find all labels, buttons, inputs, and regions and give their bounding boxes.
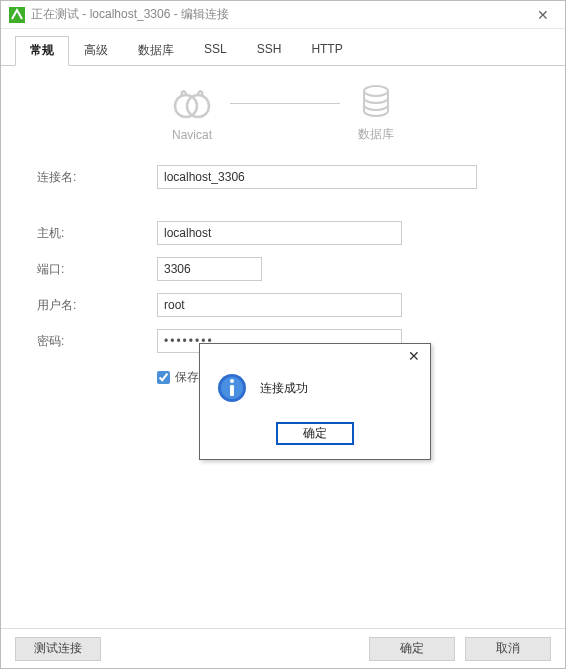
diagram-navicat-label: Navicat — [172, 128, 212, 142]
svg-rect-7 — [230, 385, 234, 396]
navicat-icon — [172, 86, 212, 122]
save-pwd-checkbox[interactable] — [157, 371, 170, 384]
titlebar: 正在测试 - localhost_3306 - 编辑连接 ✕ — [1, 1, 565, 29]
svg-point-3 — [364, 86, 388, 96]
svg-point-6 — [230, 379, 234, 383]
tab-bar: 常规 高级 数据库 SSL SSH HTTP — [1, 29, 565, 66]
tab-ssl[interactable]: SSL — [189, 36, 242, 66]
result-dialog: ✕ 连接成功 确定 — [199, 343, 431, 460]
user-input[interactable] — [157, 293, 402, 317]
app-icon — [9, 7, 25, 23]
window-title: 正在测试 - localhost_3306 - 编辑连接 — [31, 6, 529, 23]
info-icon — [216, 372, 248, 404]
diagram-navicat: Navicat — [172, 86, 212, 142]
conn-name-input[interactable] — [157, 165, 477, 189]
dialog-ok-button[interactable]: 确定 — [276, 422, 354, 445]
tab-general[interactable]: 常规 — [15, 36, 69, 66]
host-label: 主机: — [37, 225, 157, 242]
port-input[interactable] — [157, 257, 262, 281]
window-close-button[interactable]: ✕ — [529, 7, 557, 23]
connection-diagram: Navicat 数据库 — [1, 66, 565, 153]
ok-button[interactable]: 确定 — [369, 637, 455, 661]
dialog-close-button[interactable]: ✕ — [404, 348, 424, 364]
test-connection-button[interactable]: 测试连接 — [15, 637, 101, 661]
host-input[interactable] — [157, 221, 402, 245]
tab-http[interactable]: HTTP — [296, 36, 357, 66]
dialog-message: 连接成功 — [260, 380, 308, 397]
user-label: 用户名: — [37, 297, 157, 314]
tab-advanced[interactable]: 高级 — [69, 36, 123, 66]
tab-ssh[interactable]: SSH — [242, 36, 297, 66]
footer: 测试连接 确定 取消 — [1, 628, 565, 668]
diagram-database-label: 数据库 — [358, 126, 394, 143]
cancel-button[interactable]: 取消 — [465, 637, 551, 661]
diagram-database: 数据库 — [358, 84, 394, 143]
database-icon — [358, 84, 394, 120]
conn-name-label: 连接名: — [37, 169, 157, 186]
tab-database[interactable]: 数据库 — [123, 36, 189, 66]
port-label: 端口: — [37, 261, 157, 278]
pwd-label: 密码: — [37, 333, 157, 350]
diagram-line — [230, 103, 340, 104]
